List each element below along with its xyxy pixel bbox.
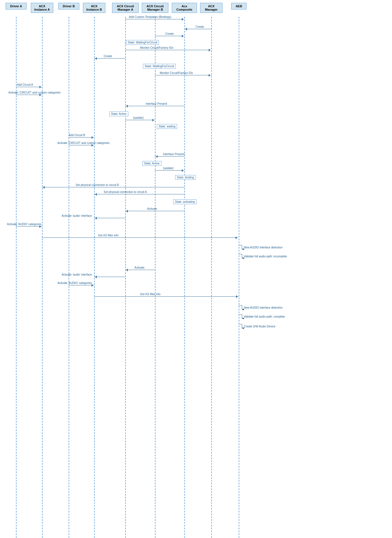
msg-monitor-2: [155, 75, 211, 75]
participant-acxComp: AcxComposite: [172, 3, 197, 13]
msg-activate-circuit-a: [16, 95, 42, 95]
msg-get-ks-1: [42, 237, 238, 238]
lifeline-acxComp: [184, 17, 185, 538]
label-activate-circuit-a: Activate 'CIRCUIT' and custom categories: [8, 91, 61, 94]
label-interface-present-b: Interface Present: [163, 153, 184, 156]
label-create-2: Create: [165, 32, 174, 35]
msg-create-3: [94, 58, 125, 59]
state-active-a: State: Active: [109, 111, 128, 116]
sequence-diagram: Driver A ACXInstance A Driver B ACXInsta…: [0, 0, 392, 538]
state-active-b: State: Active: [142, 161, 161, 166]
msg-set-phys-b: [42, 187, 184, 187]
msg-set-phys-a: [94, 194, 184, 194]
label-get-ks-1: Get KS filter info: [98, 234, 119, 237]
label-activate-audio-cat-1: Activate 'AUDIO' categories: [7, 223, 41, 226]
msg-interface-present-b: [155, 156, 184, 157]
participant-aeb: AEB: [231, 3, 247, 10]
state-waiting-b: State: waiting: [157, 124, 177, 129]
label-set-phys-b: Set physical connection to circuit B: [76, 183, 119, 187]
participant-acxCMgrA: ACX CircuitManager A: [112, 3, 139, 13]
lifeline-driverA: [16, 17, 17, 538]
participant-driverB: Driver B: [58, 3, 79, 10]
label-monitor-1: Monitor Circuit/Factory IDs: [140, 46, 173, 49]
msg-add-circuit-a: [16, 87, 42, 87]
msg-activate-2: [125, 270, 155, 270]
label-add-circuit-a: Add Circuit A: [17, 83, 33, 86]
msg-create-2: [155, 36, 184, 36]
label-update-1: {update}: [133, 116, 143, 119]
self-arrow-head-5: [242, 328, 245, 330]
msg-add-custom-templates: [125, 19, 184, 19]
label-create-3: Create: [104, 55, 112, 58]
label-add-circuit-b: Add Circuit B: [69, 134, 85, 137]
label-activate-circuit-b: Activate 'CIRCUIT' and custom categories: [57, 141, 110, 145]
label-add-custom-templates: Add Custom Templates (Bindings): [129, 15, 171, 18]
label-set-phys-a: Set physical connection to circuit A: [104, 190, 147, 194]
sidenote-new-audio-1: New AUDIO interface detection: [244, 246, 282, 249]
label-activate-audio-cat-2: Activate 'AUDIO' categories: [57, 281, 92, 285]
state-activating: State: activating: [173, 199, 196, 204]
sidenote-create-sw-audio: Create S/W Audio Device: [244, 325, 275, 328]
msg-update-2: [155, 170, 184, 171]
sidenote-validate-2: Validate full audio path: complete: [244, 315, 285, 318]
state-waiting-circuit-b: State: WaitingForCircuit: [143, 64, 176, 69]
sidenote-validate-1: Validate full audio path: incomplete: [244, 255, 287, 258]
label-interface-present-a: Interface Present: [146, 102, 167, 105]
self-arrow-head-1: [242, 249, 245, 251]
msg-add-circuit-b: [69, 137, 94, 138]
participant-acxInstA: ACXInstance A: [31, 3, 53, 13]
participant-driverA: Driver A: [6, 3, 27, 10]
sidenote-new-audio-2: New AUDIO interface detection: [244, 306, 282, 309]
msg-update-1: [125, 120, 155, 120]
label-activate-audio-iface-2: Activate 'audio' interface: [62, 273, 92, 276]
label-activate-audio-iface-1: Activate 'audio' interface: [62, 214, 92, 217]
participant-acxCMgrB: ACX CircuitManager B: [142, 3, 168, 13]
msg-interface-present-a: [125, 106, 184, 106]
lifeline-acxCMgrA: [125, 17, 126, 538]
self-arrow-head-4: [242, 318, 245, 321]
state-waiting-circuit-a: State: WaitingForCircuit: [126, 40, 159, 45]
msg-activate-1: [125, 211, 184, 211]
participant-acxMgr: ACXManager: [200, 3, 222, 13]
msg-activate-audio-iface-1: [94, 218, 125, 218]
lifeline-acxMgr: [211, 17, 212, 538]
state-binding: State: binding: [175, 175, 196, 180]
msg-activate-circuit-b: [69, 145, 94, 145]
msg-activate-audio-cat-2: [69, 285, 94, 285]
msg-monitor-1: [125, 50, 211, 50]
lifeline-driverB: [69, 17, 69, 538]
msg-activate-audio-iface-2: [94, 277, 125, 277]
label-monitor-2: Monitor Circuit/Factory IDs: [160, 71, 193, 74]
msg-get-ks-2: [94, 296, 239, 297]
label-create-1: Create: [196, 25, 204, 28]
label-activate-1: Activate: [147, 207, 157, 210]
lifeline-acxCMgrB: [155, 17, 156, 538]
participant-acxInstB: ACXInstance B: [83, 3, 105, 13]
lifeline-aeb: [239, 17, 239, 538]
label-update-2: {update}: [163, 167, 173, 170]
msg-activate-audio-cat-1: [16, 226, 42, 227]
msg-create-1: [184, 29, 211, 29]
label-get-ks-2: Get KS filter info: [140, 293, 161, 296]
self-arrow-head-3: [242, 309, 245, 312]
self-arrow-head-2: [242, 258, 245, 260]
label-activate-2: Activate: [134, 266, 145, 269]
